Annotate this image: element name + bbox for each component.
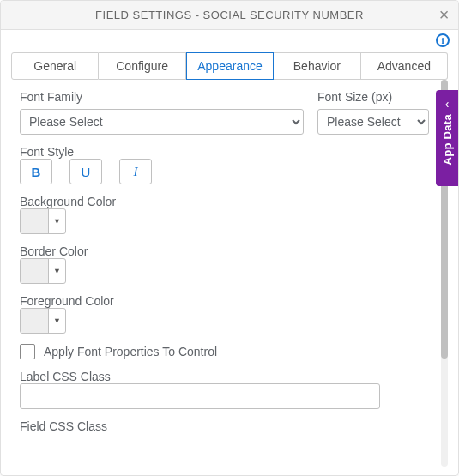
label-css-class-input[interactable] <box>20 383 380 409</box>
chevron-down-icon: ▼ <box>48 309 65 333</box>
tab-bar: General Configure Appearance Behavior Ad… <box>11 52 448 80</box>
italic-button[interactable]: I <box>119 159 152 184</box>
border-color-picker[interactable]: ▼ <box>20 258 66 284</box>
dialog-titlebar: FIELD SETTINGS - SOCIAL SECURITY NUMBER … <box>1 1 458 30</box>
tab-behavior[interactable]: Behavior <box>274 52 360 80</box>
border-color-swatch <box>21 259 48 283</box>
chevron-down-icon: ▼ <box>48 209 65 233</box>
field-settings-dialog: FIELD SETTINGS - SOCIAL SECURITY NUMBER … <box>0 0 459 476</box>
dialog-title: FIELD SETTINGS - SOCIAL SECURITY NUMBER <box>95 9 364 21</box>
info-icon[interactable]: i <box>436 33 450 47</box>
foreground-color-label: Foreground Color <box>20 294 114 308</box>
font-family-label: Font Family <box>20 90 304 104</box>
font-size-label: Font Size (px) <box>317 90 429 104</box>
border-color-label: Border Color <box>20 244 88 258</box>
field-css-class-label: Field CSS Class <box>20 419 429 433</box>
bold-button[interactable]: B <box>20 159 52 184</box>
background-color-label: Background Color <box>20 195 116 208</box>
side-tab-label: App Data <box>441 114 454 165</box>
close-icon[interactable]: × <box>439 6 450 23</box>
appearance-panel: Font Family Please Select Font Size (px)… <box>9 80 439 467</box>
scroll-fade <box>9 449 439 467</box>
background-color-picker[interactable]: ▼ <box>20 208 66 234</box>
underline-button[interactable]: U <box>69 159 102 184</box>
apply-font-checkbox[interactable] <box>20 344 35 359</box>
chevron-down-icon: ▼ <box>48 259 65 283</box>
foreground-color-swatch <box>21 309 48 333</box>
tab-appearance[interactable]: Appearance <box>186 52 274 80</box>
chevron-left-icon: ‹ <box>445 97 450 111</box>
tab-general[interactable]: General <box>11 52 99 80</box>
foreground-color-picker[interactable]: ▼ <box>20 308 66 334</box>
font-family-select[interactable]: Please Select <box>20 109 304 135</box>
tab-configure[interactable]: Configure <box>99 52 185 80</box>
font-style-label: Font Style <box>20 145 74 159</box>
info-row: i <box>1 30 458 47</box>
font-style-group: B U I <box>20 159 429 184</box>
tab-advanced[interactable]: Advanced <box>361 52 448 80</box>
background-color-swatch <box>21 209 48 233</box>
app-data-side-tab[interactable]: ‹ App Data <box>436 90 458 186</box>
label-css-class-label: Label CSS Class <box>20 370 111 383</box>
font-size-select[interactable]: Please Select <box>317 109 429 135</box>
apply-font-label: Apply Font Properties To Control <box>44 345 217 359</box>
